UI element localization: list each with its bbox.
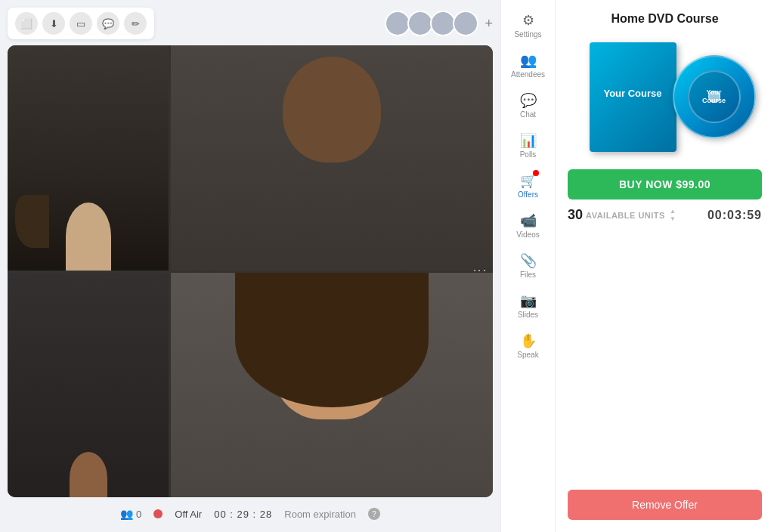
dvd-disc-hole <box>708 91 720 103</box>
toolbar-left: ⬜ ⬇ ▭ 💬 ✏ <box>8 8 154 39</box>
offers-icon: 🛒 <box>520 172 537 189</box>
sidebar-item-attendees[interactable]: 👥 Attendees <box>506 46 551 85</box>
off-air-indicator <box>153 509 163 518</box>
settings-icon: ⚙ <box>522 12 534 29</box>
sidebar-item-speak[interactable]: ✋ Speak <box>506 326 551 365</box>
slides-icon: 📷 <box>520 292 537 309</box>
units-count: 30 <box>568 207 583 223</box>
stop-button[interactable]: ⬜ <box>15 12 38 35</box>
sidebar-item-files[interactable]: 📎 Files <box>506 246 551 285</box>
video-cell-bottom-left <box>8 273 169 498</box>
session-timer: 00 : 29 : 28 <box>214 509 272 520</box>
avatar <box>430 11 456 36</box>
dvd-box: Your Course <box>590 42 676 152</box>
sidebar-label-chat: Chat <box>520 110 536 119</box>
screen-button[interactable]: ▭ <box>70 12 92 35</box>
status-bar: 👥 0 Off Air 00 : 29 : 28 Room expiration… <box>8 503 493 524</box>
room-expiration-label: Room expiration <box>284 509 356 520</box>
files-icon: 📎 <box>520 252 537 269</box>
sidebar-label-polls: Polls <box>520 150 537 159</box>
panel-title: Home DVD Course <box>568 12 762 26</box>
videos-icon: 📹 <box>520 212 537 229</box>
buy-now-button[interactable]: BUY NOW $99.00 <box>568 169 762 200</box>
sidebar-item-chat[interactable]: 💬 Chat <box>506 86 551 125</box>
sidebar-label-attendees: Attendees <box>511 70 545 79</box>
sidebar-label-slides: Slides <box>518 311 538 319</box>
availability-info: 30 AVAILABLE UNITS ▲ ▼ <box>568 207 676 223</box>
sidebar-label-files: Files <box>520 271 536 279</box>
participants-bar: + <box>385 11 493 36</box>
add-participant-button[interactable]: + <box>485 16 493 32</box>
sidebar-item-settings[interactable]: ⚙ Settings <box>506 6 551 45</box>
units-label: AVAILABLE UNITS <box>586 211 665 220</box>
attendee-count: 👥 0 <box>120 508 141 520</box>
sidebar-item-slides[interactable]: 📷 Slides <box>506 286 551 325</box>
sidebar: ⚙ Settings 👥 Attendees 💬 Chat 📊 Polls 🛒 … <box>500 0 555 532</box>
video-area: ⬜ ⬇ ▭ 💬 ✏ + ⋮ 👥 <box>0 0 500 532</box>
video-cell-top-left <box>8 45 169 271</box>
offers-badge <box>533 170 539 176</box>
sidebar-item-videos[interactable]: 📹 Videos <box>506 206 551 245</box>
availability-row: 30 AVAILABLE UNITS ▲ ▼ 00:03:59 <box>568 207 762 223</box>
right-panel: Home DVD Course Your Course Your Course … <box>555 0 774 532</box>
units-stepper[interactable]: ▲ ▼ <box>670 208 676 222</box>
sidebar-label-videos: Videos <box>516 230 539 239</box>
remove-offer-button[interactable]: Remove Offer <box>568 490 762 520</box>
attendees-number: 0 <box>136 509 141 520</box>
help-icon[interactable]: ? <box>368 508 380 520</box>
sidebar-label-speak: Speak <box>517 351 538 359</box>
video-cell-top-right <box>171 45 493 271</box>
product-image-container: Your Course Your Course <box>568 36 762 157</box>
dvd-box-title: Your Course <box>597 88 667 100</box>
toolbar: ⬜ ⬇ ▭ 💬 ✏ + <box>8 8 493 39</box>
dvd-product: Your Course Your Course <box>590 36 741 157</box>
off-air-label: Off Air <box>175 509 202 520</box>
sidebar-item-polls[interactable]: 📊 Polls <box>506 126 551 165</box>
attendees-icon: 👥 <box>520 52 537 69</box>
dvd-disc: Your Course <box>673 55 756 138</box>
dvd-disc-inner <box>688 70 741 123</box>
avatar <box>453 11 478 36</box>
polls-icon: 📊 <box>520 132 537 149</box>
sidebar-label-offers: Offers <box>518 190 538 199</box>
speak-icon: ✋ <box>520 332 537 349</box>
video-cell-bottom-right <box>171 273 493 498</box>
video-more-button[interactable]: ⋮ <box>472 264 488 279</box>
edit-button[interactable]: ✏ <box>124 12 147 35</box>
chat-button[interactable]: 💬 <box>97 12 119 35</box>
chat-icon: 💬 <box>520 92 537 109</box>
attendees-icon: 👥 <box>120 508 133 520</box>
video-grid: ⋮ <box>8 45 493 497</box>
avatar <box>385 11 410 36</box>
avatar <box>407 11 433 36</box>
sidebar-item-offers[interactable]: 🛒 Offers <box>506 166 551 205</box>
download-button[interactable]: ⬇ <box>42 12 65 35</box>
sidebar-label-settings: Settings <box>514 30 541 39</box>
countdown-timer: 00:03:59 <box>707 209 762 222</box>
